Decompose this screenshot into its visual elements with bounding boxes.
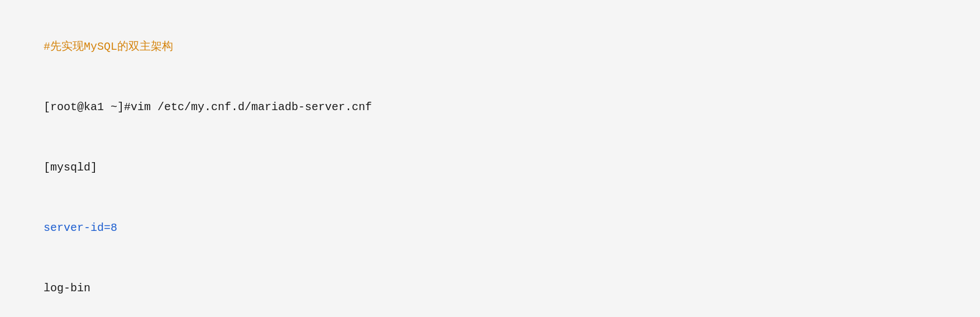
line-3: [mysqld]: [17, 138, 963, 198]
config-text: server-id=8: [44, 221, 117, 234]
line-1: #先实现MySQL的双主架构: [17, 17, 963, 77]
command-text: [root@ka1 ~]#vim /etc/my.cnf.d/mariadb-s…: [44, 101, 372, 113]
line-5: log-bin: [17, 258, 963, 317]
logbin-text: log-bin: [44, 282, 90, 295]
line-2: [root@ka1 ~]#vim /etc/my.cnf.d/mariadb-s…: [17, 77, 963, 138]
comment-text: #先实现MySQL的双主架构: [44, 40, 173, 53]
code-block: #先实现MySQL的双主架构 [root@ka1 ~]#vim /etc/my.…: [17, 11, 963, 317]
section-text: [mysqld]: [44, 161, 97, 174]
line-4: server-id=8: [17, 198, 963, 258]
